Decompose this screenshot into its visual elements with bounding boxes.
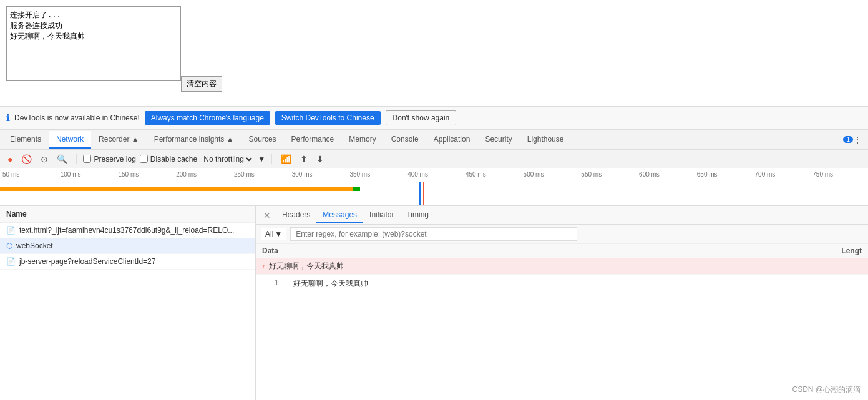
tick-150ms: 150 ms bbox=[115, 171, 173, 182]
tab-lighthouse[interactable]: Lighthouse bbox=[520, 131, 572, 149]
filter-all-dropdown[interactable]: All ▼ bbox=[261, 228, 286, 240]
detail-num-0: 1 bbox=[275, 278, 287, 287]
ws-icon-1: ⬡ bbox=[6, 241, 12, 250]
tab-initiator[interactable]: Initiator bbox=[363, 207, 400, 223]
length-col-header: Lengt bbox=[824, 246, 862, 255]
watermark: CSDN @心潮的滴滴 bbox=[792, 384, 861, 395]
disable-cache-label: Disable cache bbox=[140, 155, 197, 163]
tab-sources[interactable]: Sources bbox=[241, 131, 284, 149]
file-item-0[interactable]: 📄 text.html?_ijt=faamlhevn4cu1s3767ddi6u… bbox=[0, 223, 255, 238]
tab-recorder[interactable]: Recorder ▲ bbox=[91, 131, 147, 149]
throttling-arrow: ▼ bbox=[258, 155, 265, 163]
tab-network[interactable]: Network bbox=[49, 131, 91, 149]
search-button[interactable]: 🔍 bbox=[54, 153, 70, 165]
right-panel: ✕ Headers Messages Initiator Timing All … bbox=[256, 206, 868, 400]
messages-filter-bar: All ▼ bbox=[256, 225, 868, 244]
filter-input[interactable] bbox=[290, 227, 577, 241]
tab-memory[interactable]: Memory bbox=[341, 131, 383, 149]
preserve-log-text: Preserve log bbox=[94, 155, 135, 163]
more-tabs-icon[interactable]: ⋮ bbox=[853, 135, 862, 145]
throttling-select[interactable]: No throttling bbox=[201, 154, 254, 164]
timeline-line-red bbox=[423, 182, 424, 206]
data-table-header: Data Lengt bbox=[256, 244, 868, 258]
timeline-bar-orange bbox=[0, 187, 353, 191]
file-list-header: Name bbox=[0, 206, 255, 223]
disable-cache-text: Disable cache bbox=[150, 155, 197, 163]
tab-performance[interactable]: Performance bbox=[284, 131, 342, 149]
preserve-log-checkbox[interactable] bbox=[83, 155, 91, 163]
file-name-2: jb-server-page?reloadServiceClientId=27 bbox=[19, 257, 155, 266]
tick-600ms: 600 ms bbox=[636, 171, 695, 182]
toolbar-separator-2 bbox=[271, 154, 272, 164]
tab-timing[interactable]: Timing bbox=[400, 207, 435, 223]
doc-icon-2: 📄 bbox=[6, 257, 16, 266]
timeline-tracks bbox=[0, 182, 868, 206]
tick-200ms: 200 ms bbox=[173, 171, 232, 182]
preserve-log-label: Preserve log bbox=[83, 155, 135, 163]
tick-400ms: 400 ms bbox=[405, 171, 463, 182]
chat-textarea[interactable]: 连接开启了... 服务器连接成功 好无聊啊，今天我真帅 bbox=[6, 6, 181, 81]
tick-700ms: 700 ms bbox=[753, 171, 811, 182]
devtools-tab-bar: Elements Network Recorder ▲ Performance … bbox=[0, 130, 868, 150]
tab-messages[interactable]: Messages bbox=[316, 207, 363, 223]
file-list-items: 📄 text.html?_ijt=faamlhevn4cu1s3767ddi6u… bbox=[0, 223, 255, 400]
data-col-header: Data bbox=[262, 246, 824, 255]
upload-button[interactable]: ⬆ bbox=[298, 153, 310, 165]
file-name-1: webSocket bbox=[16, 241, 53, 250]
tick-750ms: 750 ms bbox=[810, 171, 868, 182]
message-row-0[interactable]: ↑ 好无聊啊，今天我真帅 bbox=[256, 258, 868, 275]
file-list-panel: Name 📄 text.html?_ijt=faamlhevn4cu1s3767… bbox=[0, 206, 256, 400]
tick-250ms: 250 ms bbox=[232, 171, 290, 182]
clear-button-toolbar[interactable]: 🚫 bbox=[19, 153, 34, 165]
tick-650ms: 650 ms bbox=[695, 171, 753, 182]
download-button[interactable]: ⬇ bbox=[314, 153, 326, 165]
timeline-bar-green bbox=[353, 187, 360, 191]
detail-text-0: 好无聊啊，今天我真帅 bbox=[293, 278, 368, 289]
message-row-content-0: ↑ 好无聊啊，今天我真帅 bbox=[262, 261, 862, 271]
timeline-area: 50 ms 100 ms 150 ms 200 ms 250 ms 300 ms… bbox=[0, 168, 868, 206]
tick-100ms: 100 ms bbox=[58, 171, 116, 182]
filter-all-arrow: ▼ bbox=[275, 230, 282, 238]
tick-50ms: 50 ms bbox=[0, 171, 58, 182]
file-item-1[interactable]: ⬡ webSocket bbox=[0, 238, 255, 254]
timeline-line-blue bbox=[419, 182, 421, 206]
wifi-button[interactable]: 📶 bbox=[278, 153, 294, 165]
main-content: Name 📄 text.html?_ijt=faamlhevn4cu1s3767… bbox=[0, 206, 868, 400]
message-text-0: 好无聊啊，今天我真帅 bbox=[269, 261, 344, 271]
right-tab-bar: ✕ Headers Messages Initiator Timing bbox=[256, 206, 868, 225]
toolbar-separator-1 bbox=[76, 154, 77, 164]
file-name-0: text.html?_ijt=faamlhevn4cu1s3767ddi6ut9… bbox=[19, 226, 234, 235]
tick-350ms: 350 ms bbox=[347, 171, 405, 182]
close-panel-icon[interactable]: ✕ bbox=[258, 208, 276, 223]
devtools-toolbar: ● 🚫 ⊙ 🔍 Preserve log Disable cache No th… bbox=[0, 150, 868, 168]
message-detail-row-0[interactable]: 1 好无聊啊，今天我真帅 bbox=[256, 275, 868, 293]
data-table: Data Lengt ↑ 好无聊啊，今天我真帅 1 好无聊啊，今天我真帅 bbox=[256, 244, 868, 400]
console-badge: 1 bbox=[843, 136, 853, 143]
notification-text: DevTools is now available in Chinese! bbox=[14, 114, 140, 122]
webpage-area: 连接开启了... 服务器连接成功 好无聊啊，今天我真帅 清空内容 bbox=[0, 0, 868, 106]
tick-500ms: 500 ms bbox=[521, 171, 579, 182]
disable-cache-checkbox[interactable] bbox=[140, 155, 148, 163]
tick-550ms: 550 ms bbox=[578, 171, 636, 182]
tab-console[interactable]: Console bbox=[384, 131, 426, 149]
doc-icon-0: 📄 bbox=[6, 226, 16, 235]
filter-button[interactable]: ⊙ bbox=[38, 153, 51, 165]
timeline-ruler: 50 ms 100 ms 150 ms 200 ms 250 ms 300 ms… bbox=[0, 168, 868, 182]
tick-300ms: 300 ms bbox=[290, 171, 348, 182]
file-item-2[interactable]: 📄 jb-server-page?reloadServiceClientId=2… bbox=[0, 254, 255, 270]
record-button[interactable]: ● bbox=[5, 153, 15, 165]
clear-button[interactable]: 清空内容 bbox=[181, 76, 222, 92]
always-match-button[interactable]: Always match Chrome's language bbox=[145, 111, 270, 125]
devtools-panel: Elements Network Recorder ▲ Performance … bbox=[0, 129, 868, 400]
dont-show-again-button[interactable]: Don't show again bbox=[386, 110, 457, 125]
tab-security[interactable]: Security bbox=[477, 131, 519, 149]
tab-application[interactable]: Application bbox=[426, 131, 478, 149]
devtools-notification: ℹ DevTools is now available in Chinese! … bbox=[0, 106, 868, 129]
tab-performance-insights[interactable]: Performance insights ▲ bbox=[147, 131, 241, 149]
tab-headers[interactable]: Headers bbox=[276, 207, 316, 223]
sent-arrow-icon: ↑ bbox=[262, 263, 265, 270]
switch-devtools-button[interactable]: Switch DevTools to Chinese bbox=[275, 111, 381, 125]
filter-all-label: All bbox=[265, 230, 273, 238]
info-icon: ℹ bbox=[6, 113, 9, 123]
tab-elements[interactable]: Elements bbox=[2, 131, 49, 149]
